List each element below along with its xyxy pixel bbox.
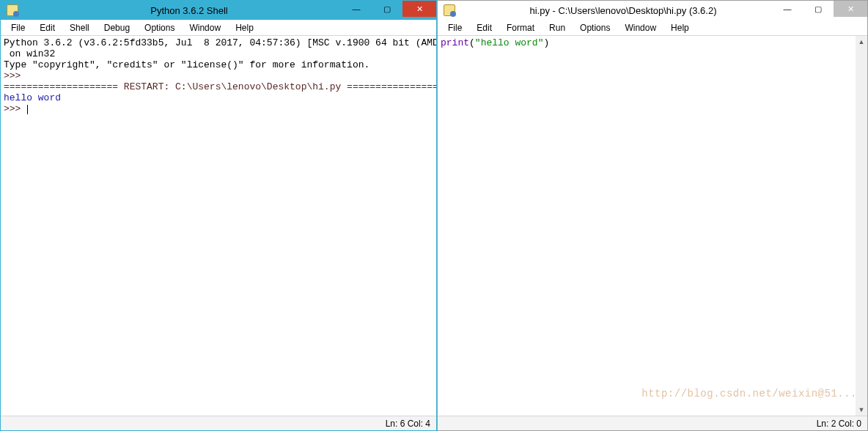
editor-status-position: Ln: 2 Col: 0 (817, 419, 861, 429)
banner-line: Type "copyright", "credits" or "license(… (4, 59, 369, 70)
python-shell-window: Python 3.6.2 Shell — ▢ ✕ File Edit Shell… (0, 0, 437, 431)
idle-icon (7, 4, 18, 16)
minimize-button[interactable]: — (772, 1, 803, 17)
shell-titlebar[interactable]: Python 3.6.2 Shell — ▢ ✕ (1, 1, 436, 20)
editor-titlebar[interactable]: hi.py - C:\Users\lenovo\Desktop\hi.py (3… (438, 1, 867, 20)
menu-file[interactable]: File (441, 21, 469, 34)
editor-menubar: File Edit Format Run Options Window Help (438, 20, 867, 36)
idle-icon (444, 4, 455, 16)
shell-status-position: Ln: 6 Col: 4 (386, 419, 430, 429)
editor-statusbar: Ln: 2 Col: 0 (438, 416, 867, 430)
scroll-up-icon[interactable]: ▲ (856, 36, 867, 48)
program-output: hello word (4, 92, 61, 103)
vertical-scrollbar[interactable]: ▲ ▼ (856, 36, 867, 416)
scroll-down-icon[interactable]: ▼ (856, 404, 867, 416)
editor-text-area[interactable]: print("hello word") ▲ ▼ http://blog.csdn… (438, 36, 867, 416)
menu-edit[interactable]: Edit (469, 21, 499, 34)
rparen: ) (543, 37, 549, 48)
menu-debug[interactable]: Debug (97, 21, 137, 34)
banner-line: on win32 (4, 48, 55, 59)
menu-shell[interactable]: Shell (62, 21, 97, 34)
string-literal: "hello word" (475, 37, 544, 48)
minimize-button[interactable]: — (341, 1, 372, 17)
scroll-track[interactable] (856, 48, 867, 404)
menu-format[interactable]: Format (499, 21, 542, 34)
banner-line: Python 3.6.2 (v3.6.2:5fd33b5, Jul 8 2017… (4, 37, 436, 48)
menu-file[interactable]: File (4, 21, 32, 34)
maximize-button[interactable]: ▢ (803, 1, 834, 17)
menu-help[interactable]: Help (228, 21, 261, 34)
close-button[interactable]: ✕ (834, 1, 867, 17)
shell-content: Python 3.6.2 (v3.6.2:5fd33b5, Jul 8 2017… (4, 37, 433, 114)
menu-run[interactable]: Run (542, 21, 573, 34)
menu-window[interactable]: Window (617, 21, 663, 34)
menu-window[interactable]: Window (182, 21, 228, 34)
restart-line: ==================== RESTART: C:\Users\l… (4, 81, 436, 92)
menu-help[interactable]: Help (663, 21, 696, 34)
menu-options[interactable]: Options (137, 21, 182, 34)
menu-options[interactable]: Options (573, 21, 617, 34)
editor-content: print("hello word") (441, 37, 864, 48)
watermark-text: http://blog.csdn.net/weixin@51... (641, 388, 857, 399)
text-cursor (27, 105, 28, 114)
editor-window-controls: — ▢ ✕ (772, 1, 867, 17)
close-button[interactable]: ✕ (402, 1, 436, 17)
prompt: >>> (4, 70, 26, 81)
shell-statusbar: Ln: 6 Col: 4 (1, 416, 436, 430)
menu-edit[interactable]: Edit (32, 21, 62, 34)
prompt: >>> (4, 103, 26, 114)
shell-window-controls: — ▢ ✕ (341, 1, 436, 17)
lparen: ( (469, 37, 475, 48)
shell-menubar: File Edit Shell Debug Options Window Hel… (1, 20, 436, 36)
shell-text-area[interactable]: Python 3.6.2 (v3.6.2:5fd33b5, Jul 8 2017… (1, 36, 436, 416)
maximize-button[interactable]: ▢ (372, 1, 402, 17)
python-editor-window: hi.py - C:\Users\lenovo\Desktop\hi.py (3… (437, 0, 868, 431)
builtin-name: print (441, 37, 469, 48)
